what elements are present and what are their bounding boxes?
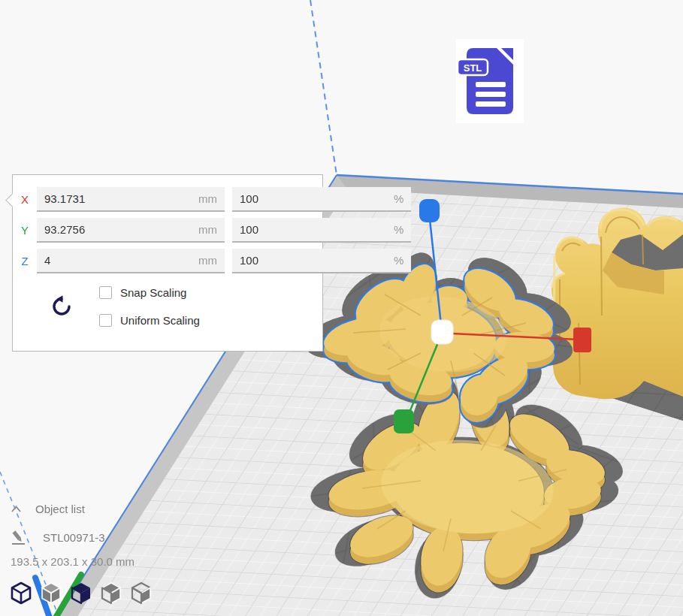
snap-scaling-row: Snap Scaling [99,286,186,299]
cube-right-view-icon [130,581,153,606]
axis-z-label: Z [13,255,37,267]
scale-row-y: Y mm % [13,218,313,243]
axis-y-label: Y [13,224,37,237]
z-percent-unit: % [394,254,403,267]
view-top-button[interactable] [70,581,92,606]
cube-left-view-icon [100,581,122,606]
y-mm-input[interactable] [44,223,194,236]
z-percent-field[interactable]: % [232,249,411,273]
view-preset-toolbar [10,581,153,606]
x-mm-field[interactable]: mm [37,187,225,212]
y-mm-unit: mm [198,223,217,236]
x-mm-unit: mm [198,192,217,205]
view-3d-button[interactable] [10,581,32,606]
object-list-toggle[interactable]: Object list [11,500,134,517]
cube-front-view-icon [40,581,62,606]
gizmo-center-handle[interactable] [431,320,453,344]
gizmo-y-handle[interactable] [394,409,414,433]
x-mm-input[interactable] [44,192,194,205]
cube-top-view-icon [70,581,92,606]
y-mm-field[interactable]: mm [37,218,225,243]
y-percent-field[interactable]: % [232,218,411,243]
model-cookie-cutter[interactable] [552,207,683,399]
object-list-item[interactable]: STL00971-3 [11,529,134,545]
chevron-up-icon [11,505,22,513]
cube-3d-view-icon [10,581,32,606]
object-dimensions: 193.5 x 203.1 x 30.0 mm [11,555,134,568]
gizmo-z-handle[interactable] [419,199,440,222]
x-percent-input[interactable] [240,192,389,205]
z-mm-unit: mm [198,254,217,267]
uniform-scaling-row: Uniform Scaling [99,314,200,327]
view-right-side-button[interactable] [130,581,153,606]
stl-file-icon: STL [456,39,524,123]
y-percent-input[interactable] [240,223,389,236]
stl-label: STL [464,62,482,74]
y-percent-unit: % [394,223,403,236]
view-front-button[interactable] [40,581,62,606]
snap-scaling-checkbox[interactable] [99,286,112,299]
snap-scaling-label: Snap Scaling [120,286,186,299]
uniform-scaling-label: Uniform Scaling [120,314,200,327]
scale-tool-panel: X mm % Y mm % Z mm [12,174,323,352]
object-list-label: Object list [35,503,85,515]
x-percent-field[interactable]: % [232,187,411,212]
z-mm-input[interactable] [44,254,194,267]
reset-scale-button[interactable] [49,294,74,319]
z-percent-input[interactable] [240,254,389,267]
pencil-edit-icon [11,529,26,545]
scale-row-z: Z mm % [13,249,313,273]
gizmo-x-handle[interactable] [573,328,591,352]
x-percent-unit: % [394,192,403,205]
object-list-panel: Object list STL00971-3 193.5 x 203.1 x 3… [11,500,134,568]
scale-row-x: X mm % [13,187,313,212]
z-mm-field[interactable]: mm [37,249,225,273]
uniform-scaling-checkbox[interactable] [99,314,112,327]
object-item-name: STL00971-3 [43,531,105,544]
view-left-side-button[interactable] [100,581,122,606]
